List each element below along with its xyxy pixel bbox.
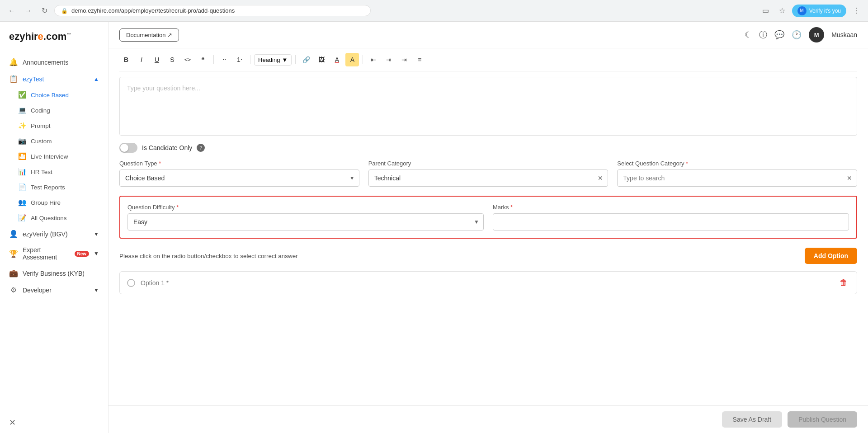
difficulty-label: Question Difficulty * — [127, 204, 484, 211]
heading-select[interactable]: Heading ▼ — [254, 54, 292, 66]
documentation-button[interactable]: Documentation ↗ — [119, 28, 179, 42]
sidebar-item-developer[interactable]: ⚙ Developer ▼ — [0, 282, 108, 298]
chevron-down-icon: ▼ — [94, 231, 99, 237]
publish-button[interactable]: Publish Question — [788, 411, 857, 428]
question-type-label: Question Type * — [119, 160, 359, 167]
sidebar-item-coding[interactable]: 💻 Coding — [5, 103, 108, 118]
back-button[interactable]: ← — [5, 5, 18, 17]
numbered-list-button[interactable]: 1⋅ — [233, 53, 246, 66]
cast-button[interactable]: ▭ — [760, 5, 772, 17]
sidebar-item-prompt[interactable]: ✨ Prompt — [5, 118, 108, 133]
candidate-only-toggle[interactable] — [119, 143, 137, 153]
marks-input[interactable] — [493, 213, 849, 231]
bullet-list-button[interactable]: ⋅⋅ — [217, 53, 231, 66]
delete-option-1-button[interactable]: 🗑 — [838, 278, 849, 287]
bookmark-button[interactable]: ☆ — [776, 5, 788, 17]
sidebar-item-group-hire[interactable]: 👥 Group Hire — [5, 195, 108, 210]
difficulty-marks-row: Question Difficulty * Easy Medium Hard ▼ — [127, 204, 849, 231]
link-button[interactable]: 🔗 — [299, 53, 313, 66]
chevron-up-icon: ▲ — [94, 76, 99, 82]
sidebar-item-ezytest[interactable]: 📋 ezyTest ▲ — [0, 71, 108, 87]
app-layout: ezyhire.com™ 🔔 Announcements 📋 ezyTest ▲… — [0, 22, 868, 433]
difficulty-select[interactable]: Easy Medium Hard — [127, 213, 484, 231]
sparkle-icon: ✨ — [18, 122, 26, 130]
history-icon[interactable]: 🕐 — [792, 30, 802, 40]
sidebar-item-label: Group Hire — [31, 199, 61, 206]
italic-button[interactable]: I — [135, 53, 148, 66]
lock-icon: 🔒 — [61, 8, 68, 14]
option-1-input[interactable] — [141, 279, 832, 287]
sidebar-item-hr-test[interactable]: 📊 HR Test — [5, 164, 108, 179]
marks-group: Marks * — [493, 204, 849, 231]
forward-button[interactable]: → — [22, 5, 34, 17]
question-category-input-wrapper: ✕ — [617, 169, 857, 187]
sidebar-item-all-questions[interactable]: 📝 All Questions — [5, 210, 108, 226]
logo-domain: .com — [43, 31, 66, 42]
video-icon: 🎦 — [18, 152, 26, 160]
sidebar-item-expert-assessment[interactable]: 🏆 Expert Assessment New ▼ — [0, 242, 108, 265]
menu-button[interactable]: ⋮ — [850, 5, 863, 17]
align-left-button[interactable]: ⇤ — [367, 53, 380, 66]
option-row-1: 🗑 — [119, 271, 857, 294]
save-draft-button[interactable]: Save As Draft — [722, 411, 783, 428]
clear-category-icon[interactable]: ✕ — [842, 174, 857, 182]
toggle-knob — [120, 144, 128, 152]
user-avatar[interactable]: M — [809, 27, 824, 42]
candidate-only-row: Is Candidate Only ? — [119, 143, 857, 153]
clear-parent-category-icon[interactable]: ✕ — [593, 174, 608, 182]
sidebar-item-choice-based[interactable]: ✅ Choice Based — [5, 87, 108, 103]
help-icon[interactable]: ⓘ — [759, 29, 767, 40]
chat-icon[interactable]: 💬 — [774, 30, 784, 40]
sidebar-item-label: All Questions — [31, 215, 67, 221]
text-color-button[interactable]: A — [330, 53, 344, 66]
parent-category-input-wrapper: ✕ — [368, 169, 609, 187]
highlight-button[interactable]: A — [345, 53, 359, 66]
sidebar-item-label: HR Test — [31, 169, 52, 175]
help-circle-icon[interactable]: ? — [197, 144, 205, 152]
image-button[interactable]: 🖼 — [315, 53, 328, 66]
browser-actions: ▭ ☆ M Verify it's you ⋮ — [760, 5, 863, 17]
underline-button[interactable]: U — [150, 53, 164, 66]
bold-button[interactable]: B — [119, 53, 133, 66]
top-bar: Documentation ↗ ☾ ⓘ 💬 🕐 M Muskaan — [108, 22, 868, 48]
verify-button[interactable]: M Verify it's you — [792, 5, 846, 17]
trophy-icon: 🏆 — [9, 249, 18, 258]
align-center-button[interactable]: ⇥ — [382, 53, 396, 66]
sidebar-item-label: Verify Business (KYB) — [23, 270, 85, 277]
question-category-input[interactable] — [618, 170, 842, 186]
sidebar-item-announcements[interactable]: 🔔 Announcements — [0, 54, 108, 71]
strikethrough-button[interactable]: S — [165, 53, 179, 66]
address-bar[interactable]: 🔒 demo.ezyhire.com/app/employer/test/rec… — [54, 5, 371, 16]
quote-button[interactable]: ❝ — [196, 53, 210, 66]
question-placeholder: Type your question here... — [127, 85, 200, 92]
editor-toolbar: B I U S <> ❝ ⋅⋅ 1⋅ Heading ▼ 🔗 🖼 A A — [119, 48, 857, 71]
question-category-group: Select Question Category * ✕ — [617, 160, 857, 187]
sidebar-item-custom[interactable]: 📷 Custom — [5, 133, 108, 149]
sidebar: ezyhire.com™ 🔔 Announcements 📋 ezyTest ▲… — [0, 22, 108, 433]
align-right-button[interactable]: ⇥ — [397, 53, 411, 66]
hr-icon: 📊 — [18, 168, 26, 176]
logo-area: ezyhire.com™ — [0, 22, 108, 50]
toolbar-separator-3 — [295, 55, 296, 64]
documentation-label: Documentation ↗ — [126, 32, 172, 38]
sidebar-item-verify-business[interactable]: 💼 Verify Business (KYB) — [0, 265, 108, 282]
align-justify-button[interactable]: ≡ — [413, 53, 426, 66]
code-button[interactable]: <> — [181, 53, 194, 66]
add-option-button[interactable]: Add Option — [805, 248, 857, 264]
sidebar-item-label: Developer — [23, 287, 52, 294]
sidebar-item-live-interview[interactable]: 🎦 Live Interview — [5, 149, 108, 164]
verify-avatar: M — [797, 6, 807, 15]
test-icon: 📋 — [9, 75, 18, 83]
moon-icon[interactable]: ☾ — [745, 30, 752, 40]
browser-chrome: ← → ↻ 🔒 demo.ezyhire.com/app/employer/te… — [0, 0, 868, 22]
sidebar-item-test-reports[interactable]: 📄 Test Reports — [5, 179, 108, 195]
reload-button[interactable]: ↻ — [38, 5, 51, 17]
close-sidebar-button[interactable]: ✕ — [0, 412, 108, 433]
sidebar-item-ezyverify[interactable]: 👤 ezyVerify (BGV) ▼ — [0, 226, 108, 242]
question-type-select[interactable]: Choice Based Multiple Choice True/False … — [119, 169, 359, 187]
option-1-radio[interactable] — [127, 279, 135, 287]
chevron-down-icon: ▼ — [94, 250, 99, 257]
parent-category-input[interactable] — [369, 170, 594, 186]
main-nav: 🔔 Announcements 📋 ezyTest ▲ ✅ Choice Bas… — [0, 50, 108, 302]
question-input[interactable]: Type your question here... — [119, 77, 857, 136]
